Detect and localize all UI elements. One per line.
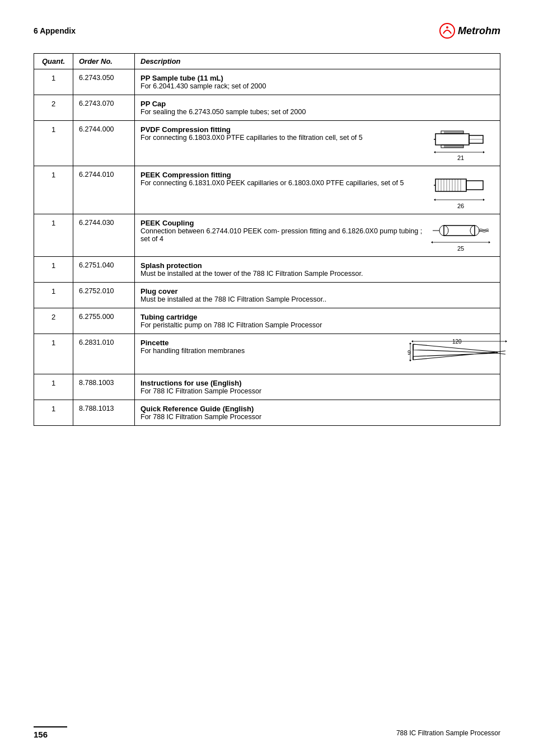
peek-coupling-svg — [430, 219, 491, 244]
desc-title: PP Cap — [140, 100, 494, 108]
cell-quant: 2 — [34, 95, 73, 121]
svg-marker-28 — [434, 199, 435, 201]
desc-title: PEEK Coupling — [140, 219, 427, 227]
cell-desc: PEEK CouplingConnection between 6.2744.0… — [135, 214, 500, 257]
cell-order: 6.2751.040 — [73, 257, 135, 283]
table-row: 18.788.1003Instructions for use (English… — [34, 374, 500, 400]
part-illustration: 120 9 — [427, 339, 494, 369]
table-row: 16.2744.010PEEK Compression fittingFor c… — [34, 166, 500, 214]
svg-marker-14 — [483, 151, 485, 153]
col-desc: Description — [135, 54, 500, 69]
peek-fitting-svg — [433, 171, 489, 201]
cell-quant: 1 — [34, 214, 73, 257]
page-number: 156 — [34, 726, 67, 739]
svg-line-40 — [497, 353, 505, 354]
part-illustration: 25 — [427, 219, 494, 252]
desc-body: For connecting 6.1831.0X0 PEEK capillari… — [140, 179, 427, 187]
cell-quant: 1 — [34, 257, 73, 283]
svg-marker-36 — [431, 241, 433, 243]
svg-point-1 — [446, 26, 448, 29]
figure-120: 120 — [452, 339, 462, 345]
cell-order: 8.788.1003 — [73, 374, 135, 400]
figure-num: 25 — [457, 245, 464, 252]
svg-line-39 — [497, 351, 505, 352]
table-row: 26.2743.070PP CapFor sealing the 6.2743.… — [34, 95, 500, 121]
desc-body: Connection between 6.2744.010 PEEK com- … — [140, 227, 427, 243]
figure-9: 9 — [407, 350, 411, 356]
desc-title: Quick Reference Guide (English) — [140, 405, 494, 413]
desc-body: Must be installed at the 788 IC Filtrati… — [140, 295, 494, 303]
cell-desc: PP Sample tube (11 mL)For 6.2041.430 sam… — [135, 69, 500, 95]
page-header: 6 Appendix Metrohm — [34, 22, 500, 42]
cell-order: 6.2744.030 — [73, 214, 135, 257]
cell-desc: PP CapFor sealing the 6.2743.050 sample … — [135, 95, 500, 121]
cell-order: 6.2744.000 — [73, 121, 135, 166]
cell-order: 6.2743.070 — [73, 95, 135, 121]
metrohm-logo: Metrohm — [439, 22, 500, 39]
chapter-title: 6 Appendix — [34, 26, 76, 35]
cell-desc: Tubing cartridgeFor peristaltic pump on … — [135, 308, 500, 334]
desc-body: Must be installed at the tower of the 78… — [140, 270, 494, 278]
svg-rect-15 — [435, 179, 466, 191]
metrohm-logo-icon — [439, 22, 456, 39]
svg-marker-37 — [489, 241, 490, 243]
table-row: 16.2744.030PEEK CouplingConnection betwe… — [34, 214, 500, 257]
desc-body: For 6.2041.430 sample rack; set of 2000 — [140, 82, 494, 90]
cell-quant: 1 — [34, 166, 73, 214]
desc-title: Splash protection — [140, 261, 494, 270]
cell-order: 8.788.1013 — [73, 400, 135, 426]
desc-title: Pincette — [140, 339, 427, 347]
cell-desc: Plug coverMust be installed at the 788 I… — [135, 283, 500, 308]
table-row: 18.788.1013Quick Reference Guide (Englis… — [34, 400, 500, 426]
parts-table: Quant. Order No. Description 16.2743.050… — [34, 53, 500, 426]
desc-title: Tubing cartridge — [140, 313, 494, 321]
figure-num: 26 — [457, 203, 464, 209]
desc-body: For connecting 6.1803.0X0 PTFE capillari… — [140, 134, 427, 142]
pvdf-fitting-svg — [433, 125, 489, 153]
svg-marker-43 — [505, 340, 507, 342]
page-footer: 156 788 IC Filtration Sample Processor — [34, 726, 500, 739]
desc-body: For peristaltic pump on 788 IC Filtratio… — [140, 321, 494, 329]
desc-body: For sealing the 6.2743.050 sample tubes;… — [140, 108, 494, 116]
cell-desc: Splash protectionMust be installed at th… — [135, 257, 500, 283]
col-quant: Quant. — [34, 54, 73, 69]
cell-quant: 1 — [34, 69, 73, 95]
part-illustration: 26 — [427, 171, 494, 209]
cell-desc: Quick Reference Guide (English)For 788 I… — [135, 400, 500, 426]
svg-marker-29 — [483, 199, 485, 201]
cell-desc: PincetteFor handling filtration membrane… — [135, 334, 500, 374]
cell-quant: 1 — [34, 374, 73, 400]
svg-rect-25 — [466, 181, 483, 190]
svg-marker-42 — [411, 340, 413, 342]
cell-quant: 1 — [34, 283, 73, 308]
desc-title: Plug cover — [140, 287, 494, 295]
cell-desc: PVDF Compression fittingFor connecting 6… — [135, 121, 500, 166]
cell-order: 6.2755.000 — [73, 308, 135, 334]
desc-body: For 788 IC Filtration Sample Processor — [140, 387, 494, 395]
table-row: 16.2831.010PincetteFor handling filtrati… — [34, 334, 500, 374]
cell-order: 6.2831.010 — [73, 334, 135, 374]
desc-body: For handling filtration membranes — [140, 347, 427, 355]
cell-order: 6.2752.010 — [73, 283, 135, 308]
svg-marker-45 — [409, 342, 411, 344]
logo-area: Metrohm — [439, 22, 500, 39]
part-illustration: 21 — [427, 125, 494, 161]
page: 6 Appendix Metrohm Quant. Order No. Desc… — [0, 0, 534, 756]
desc-body: For 788 IC Filtration Sample Processor — [140, 413, 494, 421]
cell-order: 6.2743.050 — [73, 69, 135, 95]
cell-order: 6.2744.010 — [73, 166, 135, 214]
cell-quant: 1 — [34, 121, 73, 166]
cell-desc: Instructions for use (English)For 788 IC… — [135, 374, 500, 400]
footer-device-name: 788 IC Filtration Sample Processor — [396, 729, 500, 737]
table-row: 16.2751.040Splash protectionMust be inst… — [34, 257, 500, 283]
table-row: 26.2755.000Tubing cartridgeFor peristalt… — [34, 308, 500, 334]
logo-text: Metrohm — [458, 25, 500, 37]
cell-desc: PEEK Compression fittingFor connecting 6… — [135, 166, 500, 214]
cell-quant: 2 — [34, 308, 73, 334]
svg-marker-46 — [409, 360, 411, 361]
figure-num: 21 — [457, 154, 464, 161]
col-order: Order No. — [73, 54, 135, 69]
svg-rect-2 — [435, 134, 469, 145]
desc-title: PP Sample tube (11 mL) — [140, 74, 494, 82]
table-row: 16.2743.050PP Sample tube (11 mL)For 6.2… — [34, 69, 500, 95]
